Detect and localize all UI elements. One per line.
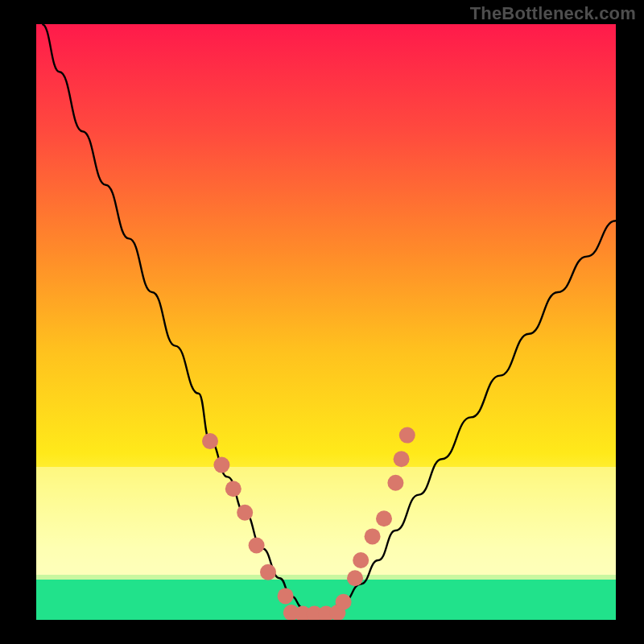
- highlight-dot: [202, 433, 218, 449]
- frame-right: [616, 0, 644, 644]
- highlight-dot: [365, 528, 381, 544]
- highlight-dot: [278, 588, 294, 604]
- highlight-dot: [336, 594, 352, 610]
- frame-left: [0, 0, 36, 644]
- watermark: TheBottleneck.com: [470, 3, 636, 24]
- highlight-dot: [387, 475, 403, 491]
- frame-bottom: [0, 620, 644, 644]
- highlight-dot: [353, 552, 369, 568]
- chart-svg: [0, 0, 644, 644]
- green-edge: [36, 575, 616, 580]
- highlight-dot: [376, 510, 392, 526]
- highlight-dot: [225, 481, 242, 497]
- highlight-dot: [237, 505, 253, 521]
- yellow-band: [36, 467, 616, 580]
- highlight-dot: [213, 457, 229, 473]
- highlight-dot: [347, 570, 363, 586]
- highlight-dot: [249, 538, 265, 554]
- chart-container: { "watermark": { "text": "TheBottleneck.…: [0, 0, 644, 644]
- highlight-dot: [260, 564, 276, 580]
- highlight-dot: [399, 427, 415, 444]
- highlight-dot: [394, 451, 410, 467]
